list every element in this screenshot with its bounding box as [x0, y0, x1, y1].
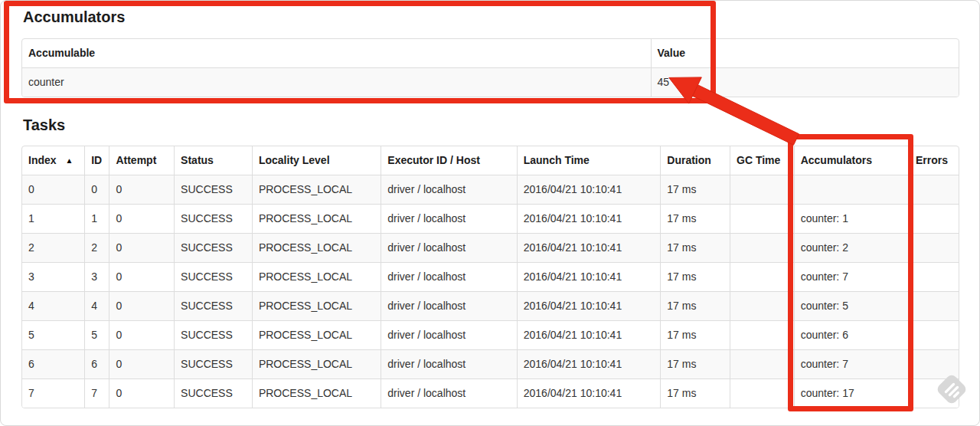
table-cell — [909, 292, 959, 321]
table-cell: PROCESS_LOCAL — [252, 350, 381, 379]
col-header-status[interactable]: Status — [175, 146, 253, 175]
table-cell: PROCESS_LOCAL — [252, 205, 381, 234]
table-cell: 0 — [109, 205, 175, 234]
table-cell: 2 — [22, 234, 85, 263]
table-cell: 45 — [651, 68, 959, 97]
table-cell: 7 — [85, 379, 109, 408]
table-cell — [909, 175, 959, 205]
table-cell: 0 — [109, 263, 175, 292]
accumulators-table: Accumulable Value counter45 — [21, 38, 959, 97]
table-cell: 1 — [85, 205, 109, 234]
table-cell: 17 ms — [661, 234, 730, 263]
table-cell: PROCESS_LOCAL — [252, 292, 381, 321]
table-cell: 4 — [85, 292, 109, 321]
table-cell: 2016/04/21 10:10:41 — [517, 234, 661, 263]
table-cell: driver / localhost — [381, 263, 517, 292]
table-cell — [730, 205, 795, 234]
table-cell — [730, 234, 795, 263]
table-cell: 0 — [109, 321, 175, 350]
table-cell: 4 — [22, 292, 85, 321]
col-header-index[interactable]: Index▲ — [22, 146, 85, 175]
table-cell: 17 ms — [661, 292, 730, 321]
table-cell: SUCCESS — [175, 292, 253, 321]
col-header-locality-level[interactable]: Locality Level — [252, 146, 381, 175]
col-header-attempt[interactable]: Attempt — [109, 146, 175, 175]
col-header-accumulators[interactable]: Accumulators — [794, 146, 909, 175]
table-cell: 2016/04/21 10:10:41 — [517, 175, 661, 205]
table-cell: 2016/04/21 10:10:41 — [517, 263, 661, 292]
table-row: 440SUCCESSPROCESS_LOCALdriver / localhos… — [22, 292, 959, 321]
table-cell: counter — [22, 68, 651, 97]
table-cell: PROCESS_LOCAL — [252, 175, 381, 205]
table-cell: 0 — [109, 234, 175, 263]
table-cell: 0 — [109, 379, 175, 408]
table-cell: 0 — [85, 175, 109, 205]
table-cell: driver / localhost — [381, 292, 517, 321]
table-cell: 17 ms — [661, 321, 730, 350]
col-header-executor-id-host[interactable]: Executor ID / Host — [381, 146, 517, 175]
table-cell: driver / localhost — [381, 379, 517, 408]
table-cell: 1 — [22, 205, 85, 234]
table-cell: SUCCESS — [175, 379, 253, 408]
table-cell: 2016/04/21 10:10:41 — [517, 205, 661, 234]
table-cell: counter: 7 — [794, 263, 909, 292]
table-cell — [909, 205, 959, 234]
table-cell: 2016/04/21 10:10:41 — [517, 350, 661, 379]
table-header-row: Accumulable Value — [22, 39, 959, 68]
table-cell: PROCESS_LOCAL — [252, 263, 381, 292]
table-cell — [730, 379, 795, 408]
table-row: 110SUCCESSPROCESS_LOCALdriver / localhos… — [22, 205, 959, 234]
table-cell: PROCESS_LOCAL — [252, 234, 381, 263]
table-row: 660SUCCESSPROCESS_LOCALdriver / localhos… — [22, 350, 959, 379]
table-cell: 17 ms — [661, 175, 730, 205]
table-cell — [730, 321, 795, 350]
table-cell: PROCESS_LOCAL — [252, 321, 381, 350]
table-cell: counter: 6 — [794, 321, 909, 350]
table-cell: driver / localhost — [381, 321, 517, 350]
table-cell: 6 — [22, 350, 85, 379]
table-cell: 7 — [22, 379, 85, 408]
table-cell: counter: 5 — [794, 292, 909, 321]
col-header-value: Value — [651, 39, 959, 68]
table-cell: counter: 7 — [794, 350, 909, 379]
accumulators-section-title: Accumulators — [23, 8, 125, 26]
col-header-index-label: Index — [28, 154, 57, 166]
col-header-id[interactable]: ID — [85, 146, 109, 175]
table-cell — [730, 175, 795, 205]
table-cell: 3 — [85, 263, 109, 292]
table-cell: 5 — [22, 321, 85, 350]
table-cell: 0 — [109, 292, 175, 321]
col-header-launch-time[interactable]: Launch Time — [517, 146, 661, 175]
table-cell: driver / localhost — [381, 175, 517, 205]
table-cell: SUCCESS — [175, 263, 253, 292]
table-row: 220SUCCESSPROCESS_LOCALdriver / localhos… — [22, 234, 959, 263]
table-cell: 0 — [22, 175, 85, 205]
table-cell: 17 ms — [661, 379, 730, 408]
table-cell: 0 — [109, 350, 175, 379]
table-cell: 3 — [22, 263, 85, 292]
table-cell: SUCCESS — [175, 234, 253, 263]
col-header-errors[interactable]: Errors — [909, 146, 959, 175]
table-row: 000SUCCESSPROCESS_LOCALdriver / localhos… — [22, 175, 959, 205]
table-cell: PROCESS_LOCAL — [252, 379, 381, 408]
table-cell: SUCCESS — [175, 205, 253, 234]
table-cell — [730, 350, 795, 379]
table-cell — [730, 263, 795, 292]
table-cell: driver / localhost — [381, 350, 517, 379]
table-cell: 17 ms — [661, 263, 730, 292]
table-cell: SUCCESS — [175, 350, 253, 379]
table-cell: 2016/04/21 10:10:41 — [517, 292, 661, 321]
tasks-table: Index▲ ID Attempt Status Locality Level … — [21, 146, 959, 408]
table-cell — [909, 379, 959, 408]
col-header-gc-time[interactable]: GC Time — [730, 146, 795, 175]
table-cell: SUCCESS — [175, 321, 253, 350]
table-cell: 2 — [85, 234, 109, 263]
table-cell: 6 — [85, 350, 109, 379]
col-header-duration[interactable]: Duration — [661, 146, 730, 175]
table-cell: 5 — [85, 321, 109, 350]
table-cell: 17 ms — [661, 350, 730, 379]
table-cell: 17 ms — [661, 205, 730, 234]
table-cell — [794, 175, 909, 205]
table-row: 770SUCCESSPROCESS_LOCALdriver / localhos… — [22, 379, 959, 408]
table-header-row: Index▲ ID Attempt Status Locality Level … — [22, 146, 959, 175]
